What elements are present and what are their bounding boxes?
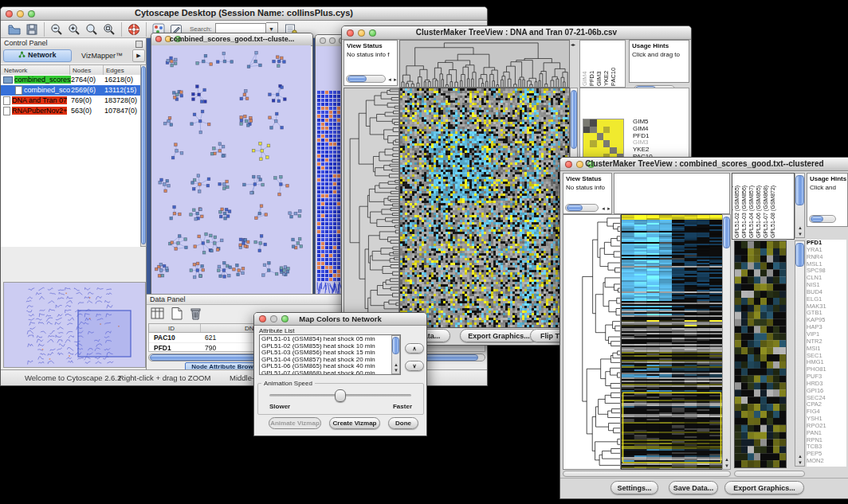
close-button[interactable]: [320, 37, 326, 44]
scroll-down-arrow[interactable]: ▼: [798, 460, 803, 465]
tv1-column-dendrogram-canvas[interactable]: [399, 40, 570, 88]
attribute-list-vscrollbar[interactable]: ▲ ▼: [391, 335, 400, 374]
mini-heatmap-cell: [590, 147, 596, 154]
zoom-fit-icon[interactable]: [102, 22, 116, 37]
tab-network[interactable]: Network: [3, 49, 72, 62]
network-row[interactable]: RNAPuberNov2+563(0)107847(0): [1, 106, 140, 116]
new-attribute-icon[interactable]: [169, 306, 185, 322]
move-down-button[interactable]: ∨: [405, 361, 424, 371]
scroll-up-arrow[interactable]: ▲: [394, 362, 398, 367]
save-data-button[interactable]: Save Data...: [669, 481, 718, 494]
tv2-titlebar[interactable]: ClusterMaker TreeView : combined_scores_…: [560, 158, 848, 171]
mini-heatmap-cell: [583, 133, 590, 140]
network-overview-canvas[interactable]: [3, 282, 146, 368]
save-icon[interactable]: [25, 22, 39, 37]
scroll-right-arrow[interactable]: ►: [607, 206, 611, 211]
help-lifering-icon[interactable]: [127, 22, 141, 37]
zoom-out-icon[interactable]: [49, 22, 64, 37]
network-row[interactable]: combined_scores2764(0)16218(0): [1, 75, 140, 85]
tv1-pane-arrows[interactable]: ◂▸: [571, 42, 575, 47]
network-view-canvas[interactable]: [151, 45, 311, 295]
folder-icon: [3, 76, 13, 84]
tv1-mini-heatmap[interactable]: [583, 119, 624, 162]
settings-button[interactable]: Settings...: [610, 481, 658, 494]
network-edges-count: 183728(0): [104, 96, 140, 106]
scroll-down-arrow[interactable]: ▼: [724, 463, 729, 468]
tv1-usage-hints-panel: Usage Hints Click and drag to: [629, 40, 689, 83]
row-id: PAC10: [154, 333, 175, 342]
tab-vizmapper[interactable]: VizMapper™: [72, 50, 132, 61]
mini-heatmap-cell: [617, 119, 623, 127]
tv2-heatmap-vscrollbar[interactable]: ▲ ▼: [722, 214, 731, 470]
tv2-button-bar: Settings... Save Data... Export Graphics…: [560, 478, 848, 498]
col-id[interactable]: ID: [168, 325, 175, 332]
col-network[interactable]: Network: [4, 67, 27, 74]
network-name: combined_scores: [14, 76, 71, 84]
dialog-titlebar[interactable]: Map Colors to Network: [254, 313, 426, 326]
tv1-titlebar[interactable]: ClusterMaker TreeView : DNA and Tran 07-…: [342, 26, 691, 40]
scroll-left-arrow[interactable]: ◄: [601, 206, 606, 211]
tv1-view-status-panel: View Status No status info f ◄ ►: [344, 40, 398, 86]
attribute-item[interactable]: GPL51-07 (GSM868) heat shock 60 min: [261, 370, 390, 375]
col-edges[interactable]: Edges: [106, 67, 124, 74]
delete-attribute-icon[interactable]: [188, 306, 204, 322]
status-hint-zoom: Right-click + drag to ZOOM: [119, 373, 210, 382]
toolbar-separator: [44, 22, 45, 37]
mini-heatmap-cell: [610, 133, 616, 140]
control-panel-header: Control Panel: [1, 38, 146, 49]
scroll-left-arrow[interactable]: ◄: [387, 77, 392, 82]
tv1-row-dendrogram-canvas[interactable]: [344, 88, 399, 328]
network-table-vscrollbar[interactable]: [140, 64, 147, 247]
tab-overflow-arrow[interactable]: ▶: [132, 49, 145, 62]
view-status-message: No status info: [563, 182, 611, 191]
export-graphics-button[interactable]: Export Graphics...: [724, 481, 804, 494]
mini-heatmap-cell: [583, 127, 590, 134]
network-row[interactable]: DNA and Tran 07769(0)183728(0): [1, 96, 140, 106]
attribute-list-label: Attribute List: [259, 327, 294, 334]
main-titlebar[interactable]: Cytoscape Desktop (Session Name: collins…: [1, 7, 487, 21]
tv2-labels-vscrollbar[interactable]: ▲ ▼: [795, 173, 805, 238]
view-status-hscrollbar[interactable]: [346, 75, 386, 83]
usage-hints-message: Click and drag to: [630, 49, 689, 58]
scroll-right-arrow[interactable]: ►: [393, 77, 398, 82]
scroll-up-arrow[interactable]: ▲: [724, 457, 729, 462]
done-button[interactable]: Done: [388, 417, 418, 429]
tv2-row-dendrogram-canvas[interactable]: [563, 214, 621, 470]
export-graphics-button[interactable]: Export Graphics...: [460, 329, 538, 342]
scroll-down-arrow[interactable]: ▼: [798, 232, 803, 236]
usage-hints-hscrollbar[interactable]: [809, 215, 836, 223]
network-nodes-count: 2569(6): [71, 85, 104, 96]
view-status-hscrollbar[interactable]: [565, 204, 599, 212]
tv2-zoom-hscrollbar[interactable]: [734, 471, 805, 477]
speed-slider-thumb[interactable]: [335, 389, 346, 402]
mini-heatmap-cell: [617, 127, 623, 134]
network-edges-count: 16218(0): [104, 75, 140, 85]
col-nodes[interactable]: Nodes: [73, 67, 91, 74]
mini-heatmap-cell: [610, 140, 616, 147]
float-panel-icon[interactable]: [135, 41, 143, 48]
tv1-heatmap-canvas[interactable]: [399, 88, 570, 328]
scroll-down-arrow[interactable]: ▼: [394, 368, 398, 373]
scroll-up-arrow[interactable]: ▲: [798, 454, 803, 459]
zoom-in-icon[interactable]: [67, 22, 81, 37]
gene-label[interactable]: MON2: [807, 458, 846, 465]
mini-heatmap-cell: [617, 140, 623, 147]
select-attributes-icon[interactable]: [150, 306, 166, 322]
minimize-button[interactable]: [329, 37, 336, 44]
zoom-selected-icon[interactable]: [84, 22, 99, 37]
network-view-title: combined_scores_good.txt--cluste...: [151, 35, 312, 43]
tv2-column-dendrogram-area[interactable]: [614, 173, 730, 214]
network-row[interactable]: combined_sco2569(6)13112(15): [1, 85, 140, 96]
move-up-button[interactable]: ∧: [405, 343, 424, 354]
desktop: Cytoscape Desktop (Session Name: collins…: [0, 0, 848, 504]
tv2-zoom-heatmap-canvas[interactable]: [734, 240, 787, 468]
attribute-listbox[interactable]: GPL51-01 (GSM854) heat shock 05 minGPL51…: [259, 334, 401, 375]
open-icon[interactable]: [7, 22, 22, 37]
animate-vizmap-button[interactable]: Animate Vizmap: [269, 417, 321, 429]
tv2-zoom-vscrollbar[interactable]: ▲ ▼: [795, 240, 805, 467]
tv2-bottom-hscrollbar[interactable]: [563, 471, 731, 477]
tv2-heatmap-canvas[interactable]: [621, 214, 723, 470]
mini-heatmap-cell: [583, 147, 590, 154]
scroll-up-arrow[interactable]: ▲: [798, 225, 803, 230]
create-vizmap-button[interactable]: Create Vizmap: [329, 417, 380, 429]
